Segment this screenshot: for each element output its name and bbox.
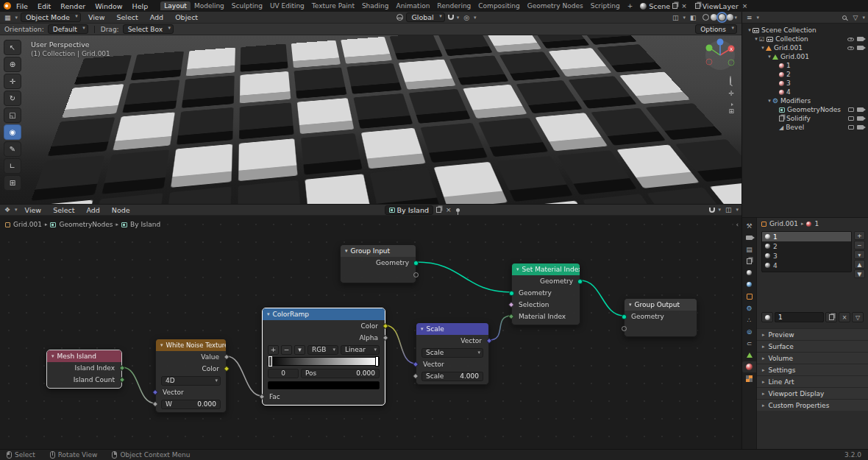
outliner-row-solidify[interactable]: Solidify (744, 114, 867, 123)
menu-file[interactable]: File (12, 2, 32, 10)
view-layer-selector[interactable]: ViewLayer × (692, 2, 753, 10)
node-menu-select[interactable]: Select (49, 206, 79, 214)
workspace-tab-uv-editing[interactable]: UV Editing (266, 1, 308, 10)
render-visibility-icon[interactable] (857, 116, 864, 121)
move-slot-down-button[interactable]: ▼ (854, 269, 865, 278)
operation-dropdown[interactable]: Scale (421, 348, 483, 358)
breadcrumb-modifier[interactable]: GeometryNodes (59, 221, 113, 228)
outliner-row-material-2[interactable]: 2 (744, 70, 867, 79)
editor-type-viewport-icon[interactable]: ▦ (3, 14, 13, 21)
outliner-filter-caret-icon[interactable]: ▾ (862, 15, 865, 21)
viewport-menu-add[interactable]: Add (146, 13, 168, 21)
tab-constraints[interactable]: ⊂ (742, 338, 756, 349)
hide-eye-icon[interactable] (847, 46, 854, 50)
collapse-icon[interactable]: ▾ (516, 266, 519, 272)
collapse-icon[interactable]: ▾ (267, 311, 270, 317)
tool-cursor-button[interactable]: ⊕ (4, 57, 21, 72)
outliner-row-material-4[interactable]: 4 (744, 88, 867, 96)
tool-scale-button[interactable]: ◱ (4, 107, 21, 123)
options-dropdown[interactable]: Options (695, 24, 737, 34)
material-slot-2[interactable]: 2 (762, 241, 851, 251)
tab-view-layer[interactable] (742, 255, 756, 266)
tab-object-data[interactable] (742, 350, 756, 361)
new-node-group-icon[interactable] (436, 207, 441, 213)
section-viewport-display[interactable]: Viewport Display (757, 387, 868, 399)
breadcrumb-object-name[interactable]: Grid.001 (769, 220, 798, 227)
new-material-button[interactable] (825, 312, 837, 322)
gizmos-toggle-icon[interactable]: ◫ (671, 14, 680, 21)
transform-orientation-dropdown[interactable]: Global (406, 13, 444, 22)
add-slot-button[interactable]: + (854, 231, 865, 240)
material-filter-button[interactable]: ▽ (852, 312, 864, 322)
tool-move-button[interactable]: ✛ (4, 74, 21, 89)
unlink-node-group-icon[interactable]: × (444, 206, 453, 213)
node-overlays-caret-icon[interactable]: ▾ (736, 207, 739, 213)
tab-object[interactable] (742, 291, 756, 302)
workspace-tab-animation[interactable]: Animation (392, 1, 433, 10)
tab-render[interactable] (742, 232, 756, 243)
outliner-row-modifiers[interactable]: ▾⚙ Modifiers (744, 96, 867, 105)
section-settings[interactable]: Settings (757, 364, 868, 375)
geometry-output-socket[interactable] (413, 261, 419, 266)
virtual-input-socket[interactable] (622, 326, 627, 331)
workspace-tab-scripting[interactable]: Scripting (587, 1, 624, 10)
node-group-name-field[interactable]: By Island (385, 205, 433, 215)
tool-add-cube-button[interactable]: ⊞ (4, 175, 21, 191)
tab-physics[interactable]: ⊚ (742, 326, 756, 337)
workspace-tab-sculpting[interactable]: Sculpting (228, 1, 266, 10)
slot-specials-button[interactable]: ▾ (854, 250, 865, 259)
gizmos-caret-icon[interactable]: ▾ (683, 15, 686, 21)
node-white-noise-header[interactable]: ▾ White Noise Texture (156, 339, 226, 351)
node-white-noise-texture[interactable]: ▾ White Noise Texture Value Color 4D Vec… (155, 339, 227, 413)
stop-position-field[interactable]: Pos0.000 (301, 369, 380, 378)
remove-view-layer-icon[interactable]: × (741, 2, 750, 10)
workspace-tab-geometry-nodes[interactable]: Geometry Nodes (524, 1, 587, 10)
gizmo-y-axis[interactable] (706, 45, 713, 52)
editor-type-node-caret-icon[interactable]: ▾ (15, 207, 18, 213)
shading-caret-icon[interactable]: ▾ (735, 15, 738, 21)
ramp-stop-0[interactable] (268, 356, 272, 367)
mode-dropdown[interactable]: Object Mode (21, 13, 81, 22)
collapse-icon[interactable]: ▾ (629, 302, 632, 308)
section-volume[interactable]: Volume (757, 352, 868, 364)
color-ramp-gradient[interactable] (268, 357, 380, 366)
geometry-output-socket[interactable] (577, 279, 583, 284)
collapse-icon[interactable]: ▾ (160, 342, 163, 348)
remove-slot-button[interactable]: − (854, 241, 865, 250)
outliner-row-geometrynodes[interactable]: GeometryNodes (744, 105, 867, 114)
tab-tool[interactable]: ⚒ (742, 220, 756, 231)
editor-type-outliner-icon[interactable]: ≡ (745, 14, 754, 21)
viewport-3d[interactable]: User Perspective (1) Collection | Grid.0… (0, 35, 741, 204)
ramp-stop-1[interactable] (375, 356, 379, 367)
tab-scene[interactable] (742, 267, 756, 278)
node-set-material-index-header[interactable]: ▾ Set Material Index (512, 263, 580, 275)
orientation-default-dropdown[interactable]: Default (48, 24, 88, 34)
workspace-tab-compositing[interactable]: Compositing (474, 1, 523, 10)
sidebar-collapse-icon[interactable]: ‹ (736, 221, 739, 228)
add-stop-button[interactable]: + (268, 345, 279, 355)
menu-help[interactable]: Help (128, 2, 153, 10)
shading-material-preview-icon[interactable] (719, 14, 725, 21)
material-slot-4[interactable]: 4 (762, 261, 851, 270)
navigation-gizmo[interactable]: X (703, 38, 737, 72)
workspace-tab-modeling[interactable]: Modeling (191, 1, 228, 10)
w-value-field[interactable]: W0.000 (161, 400, 221, 409)
tool-select-box-button[interactable]: ↖ (4, 40, 21, 55)
outliner-row-grid-data[interactable]: ▾ Grid.001 (744, 52, 867, 61)
outliner-row-material-3[interactable]: 3 (744, 79, 867, 88)
node-vector-scale[interactable]: ▾ Scale Vector Scale Vector Scale4.000 (416, 322, 489, 385)
unlink-scene-icon[interactable]: × (680, 2, 689, 10)
stop-index-field[interactable]: 0 (268, 369, 299, 378)
render-visibility-icon[interactable] (857, 46, 864, 50)
shading-rendered-icon[interactable] (727, 14, 733, 21)
interpolation-dropdown[interactable]: Linear (341, 345, 380, 355)
node-overlays-icon[interactable]: ◫ (724, 206, 733, 213)
outliner-row-bevel[interactable]: ◢ Bevel (744, 123, 867, 132)
material-name-field[interactable]: 1 (775, 312, 824, 322)
viewport-menu-view[interactable]: View (84, 13, 110, 21)
node-group-input-header[interactable]: ▾ Group Input (341, 245, 416, 257)
node-colorramp[interactable]: ▾ ColorRamp Color Alpha + − ▾ RGB Linear (262, 308, 385, 406)
remove-stop-button[interactable]: − (281, 345, 292, 355)
outliner-row-grid-object[interactable]: ▾ Grid.001 (744, 43, 867, 52)
node-menu-node[interactable]: Node (107, 206, 135, 214)
